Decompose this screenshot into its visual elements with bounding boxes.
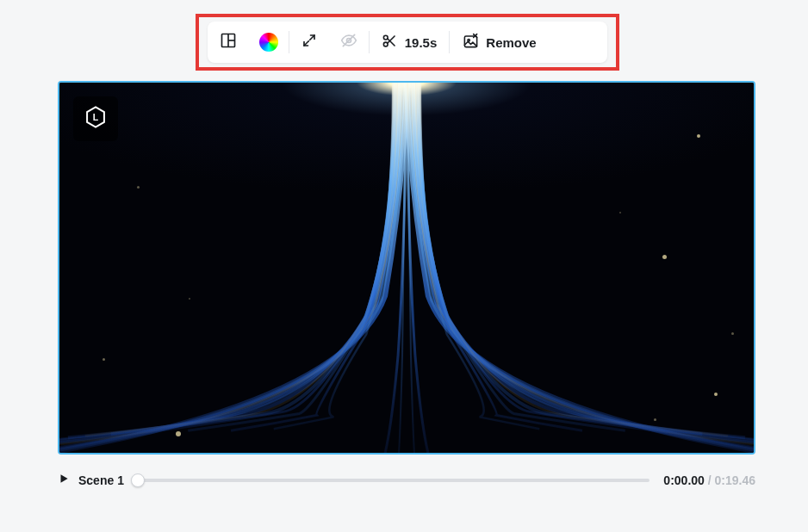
remove-button[interactable]: Remove <box>450 22 550 63</box>
editor-toolbar: 19.5s Remove <box>208 22 607 63</box>
layout-button[interactable] <box>208 22 249 63</box>
time-display: 0:00.00 / 0:19.46 <box>663 473 755 487</box>
svg-text:L: L <box>93 112 99 122</box>
hexagon-logo-icon: L <box>84 105 108 133</box>
logo-badge: L <box>73 96 118 141</box>
video-canvas[interactable]: L <box>58 81 755 455</box>
eye-off-icon <box>340 32 357 53</box>
layout-icon <box>220 32 237 53</box>
remove-image-icon <box>463 33 479 53</box>
scissors-icon <box>382 33 398 53</box>
play-icon <box>58 473 70 488</box>
color-button[interactable] <box>249 22 289 63</box>
trim-duration-label: 19.5s <box>405 35 438 50</box>
time-current: 0:00.00 <box>663 473 704 487</box>
trim-button[interactable]: 19.5s <box>370 22 449 63</box>
expand-icon <box>301 33 317 52</box>
expand-button[interactable] <box>289 22 329 63</box>
progress-track[interactable] <box>138 479 650 482</box>
player-bar: Scene 1 0:00.00 / 0:19.46 <box>58 467 755 493</box>
time-total: 0:19.46 <box>715 473 755 487</box>
play-button[interactable] <box>58 473 70 488</box>
visibility-button[interactable] <box>329 22 369 63</box>
color-wheel-icon <box>259 33 278 52</box>
time-separator: / <box>705 473 715 487</box>
video-preview-image <box>59 83 754 453</box>
scene-label: Scene 1 <box>78 473 124 487</box>
svg-marker-17 <box>61 474 68 482</box>
progress-handle[interactable] <box>131 473 145 487</box>
remove-label: Remove <box>486 35 536 50</box>
